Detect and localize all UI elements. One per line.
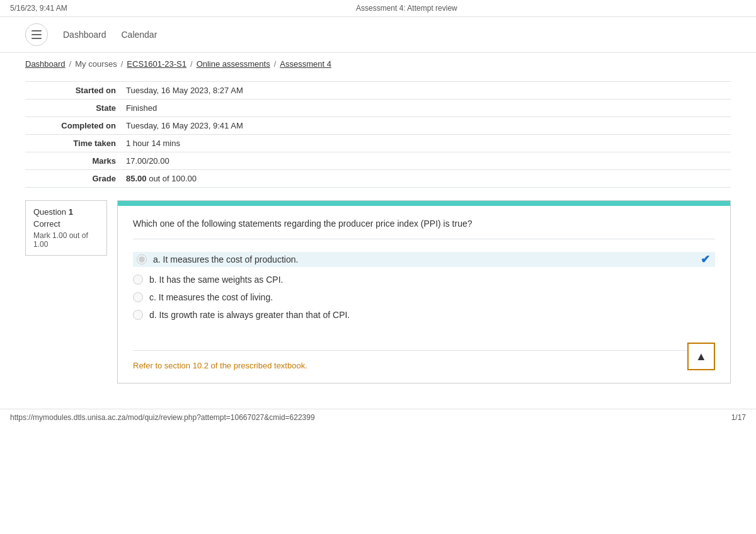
answer-options: a. It measures the cost of production. ✔…	[133, 252, 715, 320]
question-status: Correct	[33, 219, 99, 229]
page-indicator: 1/17	[731, 413, 746, 422]
info-value-state: Finished	[126, 103, 731, 113]
info-label-completed: Completed on	[25, 121, 126, 130]
breadcrumb-mycourses: My courses	[75, 59, 117, 69]
top-bar: 5/16/23, 9:41 AM Assessment 4: Attempt r…	[0, 0, 756, 17]
datetime-label: 5/16/23, 9:41 AM	[10, 4, 67, 13]
chevron-up-icon: ▲	[696, 350, 707, 363]
correct-checkmark: ✔	[701, 253, 710, 266]
info-value-grade: 85.00 out of 100.00	[126, 174, 731, 183]
answer-option-b: b. It has the same weights as CPI.	[133, 275, 715, 285]
bottom-bar: https://mymodules.dtls.unisa.ac.za/mod/q…	[0, 409, 756, 426]
radio-c	[133, 292, 143, 302]
info-row-grade: Grade 85.00 out of 100.00	[25, 170, 731, 187]
grade-bold: 85.00	[126, 174, 147, 183]
info-label-state: State	[25, 103, 126, 113]
question-header-bar	[118, 201, 730, 206]
question-body: Which one of the following statements re…	[118, 206, 730, 383]
answer-text-c: c. It measures the cost of living.	[149, 292, 273, 302]
answer-text-a: a. It measures the cost of production.	[153, 254, 298, 264]
breadcrumb-online-assessments[interactable]: Online assessments	[197, 59, 270, 69]
nav-dashboard[interactable]: Dashboard	[63, 30, 106, 40]
question-number: 1	[69, 207, 73, 217]
reference-text: Refer to section 10.2 of the prescribed …	[133, 350, 715, 370]
page-title: Assessment 4: Attempt review	[356, 4, 457, 13]
info-row-completed: Completed on Tuesday, 16 May 2023, 9:41 …	[25, 117, 731, 135]
radio-d	[133, 310, 143, 320]
question-footer: Refer to section 10.2 of the prescribed …	[133, 332, 715, 370]
info-value-completed: Tuesday, 16 May 2023, 9:41 AM	[126, 121, 731, 130]
answer-option-a: a. It measures the cost of production. ✔	[133, 252, 715, 267]
info-table: Started on Tuesday, 16 May 2023, 8:27 AM…	[25, 81, 731, 188]
nav-calendar[interactable]: Calendar	[122, 30, 158, 40]
answer-text-d: d. Its growth rate is always greater tha…	[149, 310, 350, 320]
answer-option-c: c. It measures the cost of living.	[133, 292, 715, 302]
breadcrumb-course[interactable]: ECS1601-23-S1	[127, 59, 186, 69]
answer-text-b: b. It has the same weights as CPI.	[149, 275, 283, 285]
answer-option-d: d. Its growth rate is always greater tha…	[133, 310, 715, 320]
info-value-timetaken: 1 hour 14 mins	[126, 139, 731, 148]
info-row-started: Started on Tuesday, 16 May 2023, 8:27 AM	[25, 82, 731, 99]
info-value-started: Tuesday, 16 May 2023, 8:27 AM	[126, 86, 731, 95]
radio-a	[137, 254, 147, 264]
info-value-marks: 17.00/20.00	[126, 156, 731, 166]
info-label-grade: Grade	[25, 174, 126, 183]
breadcrumb-assessment4[interactable]: Assessment 4	[280, 59, 331, 69]
hamburger-menu[interactable]	[25, 23, 48, 46]
question-mark: Mark 1.00 out of 1.00	[33, 231, 99, 249]
question-panel: Which one of the following statements re…	[117, 200, 731, 383]
page-url: https://mymodules.dtls.unisa.ac.za/mod/q…	[10, 413, 315, 422]
question-number-label: Question 1	[33, 207, 99, 217]
scroll-top-button[interactable]: ▲	[687, 343, 715, 370]
info-label-timetaken: Time taken	[25, 139, 126, 148]
info-label-started: Started on	[25, 86, 126, 95]
info-row-timetaken: Time taken 1 hour 14 mins	[25, 135, 731, 152]
breadcrumb: Dashboard / My courses / ECS1601-23-S1 /…	[0, 53, 756, 75]
info-row-marks: Marks 17.00/20.00	[25, 152, 731, 170]
radio-b	[133, 275, 143, 285]
question-text: Which one of the following statements re…	[133, 219, 715, 239]
main-content: Question 1 Correct Mark 1.00 out of 1.00…	[25, 200, 731, 383]
info-row-state: State Finished	[25, 99, 731, 117]
info-label-marks: Marks	[25, 156, 126, 166]
question-sidebar: Question 1 Correct Mark 1.00 out of 1.00	[25, 200, 107, 256]
nav-bar: Dashboard Calendar	[0, 17, 756, 53]
breadcrumb-dashboard[interactable]: Dashboard	[25, 59, 66, 69]
